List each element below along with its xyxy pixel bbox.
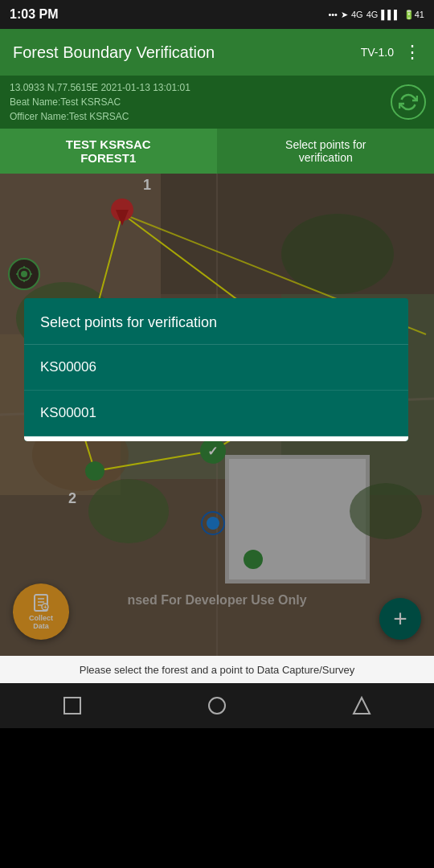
- svg-marker-33: [354, 698, 370, 714]
- modal-item-ks00001[interactable]: KS00001: [24, 391, 408, 436]
- battery-icon: 🔋41: [403, 10, 424, 20]
- select-points-label: Select points for verification: [279, 138, 372, 164]
- modal-bottom-bar: [24, 436, 408, 441]
- app-header: Forest Boundary Verification TV-1.0 ⋮: [0, 29, 434, 76]
- refresh-icon: [399, 92, 418, 112]
- nav-back-button[interactable]: [52, 686, 92, 726]
- signal-dots: •••: [328, 10, 338, 19]
- nav-back-icon: [61, 694, 84, 717]
- nav-home-button[interactable]: [197, 686, 237, 726]
- nav-home-icon: [206, 694, 228, 717]
- app-title: Forest Boundary Verification: [13, 43, 215, 62]
- bottom-status-bar: Please select the forest and a point to …: [0, 656, 434, 683]
- forest-row: TEST KSRSAC FOREST1 Select points for ve…: [0, 129, 434, 174]
- svg-point-32: [209, 698, 225, 714]
- nav-recent-button[interactable]: [342, 686, 382, 726]
- svg-rect-31: [64, 698, 80, 714]
- navigation-bar: [0, 683, 434, 728]
- forest-name-label: TEST KSRSAC FOREST1: [66, 137, 151, 165]
- network-4g-2: 4G: [366, 10, 379, 19]
- modal-dialog: Select points for verification KS00006 K…: [24, 298, 408, 441]
- map-area[interactable]: 1 7 4 2 ✓ Select points for verification…: [0, 174, 434, 656]
- officer-name-text: Officer Name:Test KSRSAC: [10, 109, 424, 124]
- header-version: TV-1.0: [361, 46, 394, 59]
- status-icons: ••• ➤ 4G 4G ▌▌▌ 🔋41: [328, 10, 424, 20]
- network-4g-1: 4G: [351, 10, 363, 19]
- nav-recent-icon: [350, 694, 373, 717]
- more-options-icon[interactable]: ⋮: [403, 42, 421, 63]
- modal-item-ks00006[interactable]: KS00006: [24, 345, 408, 391]
- header-right: TV-1.0 ⋮: [361, 42, 421, 63]
- status-bar: 1:03 PM ••• ➤ 4G 4G ▌▌▌ 🔋41: [0, 0, 434, 29]
- signal-bars: ▌▌▌: [381, 10, 399, 19]
- info-bar: 13.0933 N,77.5615E 2021-01-13 13:01:01 B…: [0, 76, 434, 129]
- modal-overlay[interactable]: Select points for verification KS00006 K…: [0, 174, 434, 656]
- beat-name-text: Beat Name:Test KSRSAC: [10, 95, 424, 109]
- modal-title: Select points for verification: [24, 298, 408, 345]
- info-bar-text: 13.0933 N,77.5615E 2021-01-13 13:01:01 B…: [10, 80, 424, 124]
- coordinates-text: 13.0933 N,77.5615E 2021-01-13 13:01:01: [10, 80, 424, 95]
- navigation-icon: ➤: [341, 10, 348, 20]
- select-points-button[interactable]: Select points for verification: [218, 129, 435, 174]
- status-time: 1:03 PM: [10, 7, 58, 22]
- bottom-status-text: Please select the forest and a point to …: [80, 664, 355, 676]
- refresh-button[interactable]: [391, 84, 426, 120]
- forest-name-button[interactable]: TEST KSRSAC FOREST1: [0, 129, 218, 174]
